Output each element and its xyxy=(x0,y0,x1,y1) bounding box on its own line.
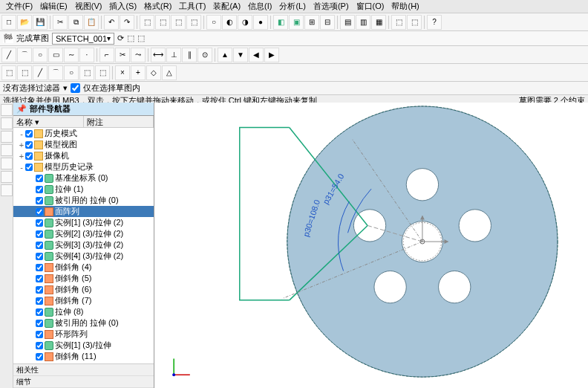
tb-btn[interactable]: ⬚ xyxy=(140,15,154,30)
tb-btn[interactable]: ⊞ xyxy=(304,15,319,30)
menu-item[interactable]: 帮助(H) xyxy=(388,0,422,13)
menu-item[interactable]: 编辑(E) xyxy=(37,0,71,13)
paste-icon[interactable]: 📋 xyxy=(84,15,99,30)
tb-btn[interactable]: ⬚ xyxy=(17,65,32,80)
save-icon[interactable]: 💾 xyxy=(33,15,48,30)
tb-btn[interactable]: ⬚ xyxy=(79,65,94,80)
tb-btn[interactable]: ▥ xyxy=(356,15,370,30)
tree-item[interactable]: 拉伸 (8) xyxy=(13,306,154,317)
tree-item[interactable]: +摄像机 xyxy=(13,150,154,161)
tb-btn[interactable]: ⬚ xyxy=(95,65,110,80)
menu-item[interactable]: 视图(V) xyxy=(72,0,105,13)
tb-btn[interactable]: ● xyxy=(253,15,268,30)
constraint-icon[interactable]: ⊥ xyxy=(166,48,181,62)
tb-btn[interactable]: ▼ xyxy=(233,48,248,62)
tb-btn[interactable]: ⬚ xyxy=(171,15,186,30)
filter-checkbox[interactable] xyxy=(71,83,80,93)
strip-icon[interactable] xyxy=(1,184,13,196)
tb-btn[interactable]: ⌒ xyxy=(48,65,63,80)
fillet-icon[interactable]: ⌐ xyxy=(99,48,114,62)
menu-item[interactable]: 文件(F) xyxy=(3,0,36,13)
tb-btn[interactable]: ◐ xyxy=(222,15,237,30)
menu-item[interactable]: 首选项(P) xyxy=(310,0,352,13)
tree-item[interactable]: +模型视图 xyxy=(13,139,154,150)
tree-item[interactable]: 实例[1] (3)/拉伸 xyxy=(13,340,154,351)
menu-item[interactable]: 插入(S) xyxy=(106,0,140,13)
tb-btn[interactable]: ⬚ xyxy=(155,15,170,30)
spline-icon[interactable]: ∼ xyxy=(64,48,79,62)
cube-icon[interactable]: ◧ xyxy=(273,15,288,30)
tb-btn[interactable]: ▲ xyxy=(218,48,232,62)
tb-btn[interactable]: × xyxy=(115,65,130,80)
tb-btn[interactable]: ╱ xyxy=(33,65,48,80)
tb-btn[interactable]: ▦ xyxy=(371,15,386,30)
strip-icon[interactable] xyxy=(1,144,13,156)
strip-icon[interactable] xyxy=(1,104,13,116)
flag-icon[interactable]: 🏁 xyxy=(3,33,13,43)
tb-btn[interactable]: ▤ xyxy=(340,15,355,30)
tb-btn[interactable]: △ xyxy=(162,65,177,80)
tb-btn[interactable]: ○ xyxy=(206,15,221,30)
section-related[interactable]: 相关性 xyxy=(13,364,154,376)
tree-item[interactable]: 实例[4] (3)/拉伸 (2) xyxy=(13,250,154,262)
help-icon[interactable]: ? xyxy=(427,15,442,30)
tree-item[interactable]: 倒斜角 (5) xyxy=(13,273,154,284)
tree-item[interactable]: 拉伸 (1) xyxy=(13,184,154,195)
col-note[interactable]: 附注 xyxy=(84,116,154,127)
viewport[interactable]: p30=108.0 p31=54.0 xyxy=(154,103,588,388)
point-icon[interactable]: · xyxy=(79,48,94,62)
redo-icon[interactable]: ↷ xyxy=(120,15,134,30)
pin-icon[interactable]: 📌 xyxy=(16,104,27,114)
strip-icon[interactable] xyxy=(1,171,13,183)
tree-item[interactable]: 倒斜角 (6) xyxy=(13,284,154,295)
tb-btn[interactable]: ⬚ xyxy=(186,15,201,30)
tree-item[interactable]: 倒斜角 (7) xyxy=(13,295,154,306)
extend-icon[interactable]: ⤳ xyxy=(131,48,146,62)
tb-btn[interactable]: ⟳ xyxy=(117,33,124,43)
dim-icon[interactable]: ⟷ xyxy=(151,48,166,62)
tb-btn[interactable]: ○ xyxy=(64,65,79,80)
tb-btn[interactable]: ◑ xyxy=(238,15,252,30)
tb-btn[interactable]: + xyxy=(131,65,146,80)
strip-icon[interactable] xyxy=(1,158,13,169)
tree-item[interactable]: 环形阵列 xyxy=(13,329,154,340)
menu-item[interactable]: 分析(L) xyxy=(276,0,308,13)
tree-item[interactable]: 面阵列 xyxy=(13,206,154,217)
copy-icon[interactable]: ⧉ xyxy=(68,15,83,30)
tb-btn[interactable]: ⬚ xyxy=(127,33,134,43)
strip-icon[interactable] xyxy=(1,131,13,143)
circle-icon[interactable]: ○ xyxy=(33,48,48,62)
tb-btn[interactable]: ⊙ xyxy=(197,48,212,62)
tb-btn[interactable]: ⬚ xyxy=(1,65,16,80)
menu-item[interactable]: 窗口(O) xyxy=(353,0,388,13)
tb-btn[interactable]: ⬚ xyxy=(137,33,145,43)
tb-btn[interactable]: ▶ xyxy=(264,48,279,62)
tree-item[interactable]: 实例[3] (3)/拉伸 (2) xyxy=(13,239,154,250)
tb-btn[interactable]: ⊟ xyxy=(320,15,335,30)
menu-item[interactable]: 工具(T) xyxy=(176,0,209,13)
tree-item[interactable]: 被引用的 拉伸 (0) xyxy=(13,317,154,329)
feature-tree[interactable]: -历史模式+模型视图+摄像机-模型历史记录 基准坐标系 (0) 拉伸 (1) 被… xyxy=(13,128,154,363)
tb-btn[interactable]: ⬚ xyxy=(407,15,422,30)
tb-btn[interactable]: ⬚ xyxy=(391,15,406,30)
cut-icon[interactable]: ✂ xyxy=(53,15,68,30)
tb-btn[interactable]: ◇ xyxy=(146,65,161,80)
tree-item[interactable]: 基准坐标系 (0) xyxy=(13,172,154,184)
rect-icon[interactable]: ▭ xyxy=(48,48,63,62)
arc-icon[interactable]: ⌒ xyxy=(17,48,32,62)
strip-icon[interactable] xyxy=(1,117,13,129)
tree-item[interactable]: -历史模式 xyxy=(13,128,154,139)
section-detail[interactable]: 细节 xyxy=(13,376,154,388)
tree-item[interactable]: 倒斜角 (4) xyxy=(13,262,154,273)
line-icon[interactable]: ╱ xyxy=(1,48,16,62)
tb-btn[interactable]: ◀ xyxy=(249,48,264,62)
open-icon[interactable]: 📂 xyxy=(17,15,32,30)
sketch-combo[interactable]: SKETCH_001 ▾ xyxy=(52,33,114,45)
menu-item[interactable]: 格式(R) xyxy=(141,0,174,13)
menu-item[interactable]: 信息(I) xyxy=(245,0,275,13)
undo-icon[interactable]: ↶ xyxy=(104,15,119,30)
tree-item[interactable]: -模型历史记录 xyxy=(13,161,154,172)
tree-item[interactable]: 实例[2] (3)/拉伸 (2) xyxy=(13,228,154,239)
trim-icon[interactable]: ✂ xyxy=(115,48,130,62)
tree-item[interactable]: 倒斜角 (11) xyxy=(13,351,154,362)
